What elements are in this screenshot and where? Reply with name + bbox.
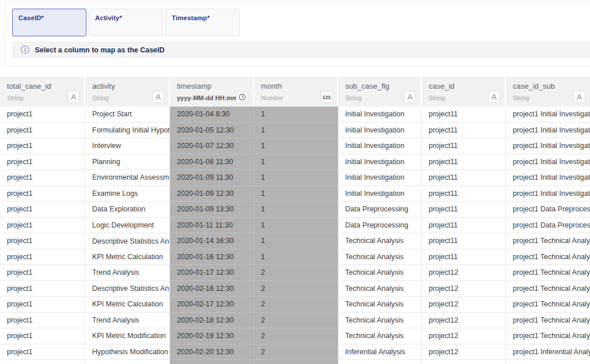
- cell-case_id_sub[interactable]: project1 Inferential Analysis: [506, 344, 590, 361]
- cell-sub_case_flg[interactable]: Data Preprocessing: [338, 218, 422, 234]
- cell-case_id[interactable]: project11: [422, 138, 506, 154]
- cell-sub_case_flg[interactable]: Technical Analysis: [338, 281, 422, 297]
- cell-case_id_sub[interactable]: project1 Initial Investigation: [506, 123, 590, 139]
- cell-timestamp[interactable]: 2020-01-09 13:30: [170, 202, 254, 218]
- column-header-case_id[interactable]: case_idStringA: [422, 77, 506, 107]
- cell-case_id[interactable]: project12: [422, 265, 506, 281]
- cell-case_id[interactable]: project12: [422, 297, 506, 313]
- tab-caseid[interactable]: CaseID*: [12, 9, 86, 36]
- cell-month[interactable]: 2: [254, 344, 338, 361]
- cell-total_case_id[interactable]: project1: [0, 186, 85, 202]
- cell-total_case_id[interactable]: project1: [0, 297, 85, 313]
- cell-total_case_id[interactable]: project1: [0, 218, 85, 234]
- cell-case_id[interactable]: project11: [422, 186, 506, 202]
- cell-total_case_id[interactable]: project1: [0, 107, 85, 123]
- cell-case_id[interactable]: project11: [422, 170, 506, 186]
- cell-month[interactable]: 1: [254, 202, 338, 218]
- cell-sub_case_flg[interactable]: Technical Analysis: [338, 328, 422, 344]
- cell-activity[interactable]: Examine Logs: [85, 186, 170, 202]
- cell-case_id_sub[interactable]: project1 Initial Investigation: [506, 138, 590, 154]
- cell-case_id_sub[interactable]: project1 Initial Investigation: [506, 154, 590, 170]
- cell-activity[interactable]: Descriptive Statistics Anal⋯: [85, 281, 170, 297]
- cell-case_id_sub[interactable]: project1 Initial Investigation: [506, 170, 590, 186]
- cell-month[interactable]: [254, 360, 338, 364]
- cell-activity[interactable]: KPI Metric Calculation: [85, 297, 170, 313]
- cell-sub_case_flg[interactable]: Initial Investigation: [338, 107, 422, 123]
- column-header-total_case_id[interactable]: total_case_idStringA: [0, 77, 85, 107]
- column-header-sub_case_flg[interactable]: sub_case_flgStringA: [338, 77, 422, 107]
- cell-activity[interactable]: Trend Analysis: [85, 265, 170, 281]
- column-header-activity[interactable]: activityStringA: [85, 77, 170, 107]
- cell-sub_case_flg[interactable]: Data Preprocessing: [338, 202, 422, 218]
- cell-activity[interactable]: Data Exploration: [85, 202, 170, 218]
- cell-sub_case_flg[interactable]: Initial Investigation: [338, 170, 422, 186]
- cell-case_id[interactable]: project12: [422, 281, 506, 297]
- cell-total_case_id[interactable]: project1: [0, 123, 85, 139]
- cell-case_id_sub[interactable]: project1 Technical Analysis: [506, 233, 590, 249]
- cell-case_id_sub[interactable]: project1 Initial Investigation: [506, 107, 590, 123]
- cell-activity[interactable]: Logic Development: [85, 218, 170, 234]
- cell-total_case_id[interactable]: project1: [0, 138, 85, 154]
- cell-case_id_sub[interactable]: project1 Initial Investigation: [506, 186, 590, 202]
- cell-total_case_id[interactable]: project1: [0, 344, 85, 361]
- cell-total_case_id[interactable]: project1: [0, 313, 85, 329]
- cell-case_id[interactable]: project11: [422, 154, 506, 170]
- cell-month[interactable]: 2: [254, 313, 338, 329]
- column-header-timestamp[interactable]: timestampyyyy-MM-dd HH:mm: [170, 77, 254, 107]
- cell-timestamp[interactable]: 2020-01-04 8:30: [170, 107, 254, 123]
- cell-timestamp[interactable]: 2020-02-16 12:30: [170, 281, 254, 297]
- cell-total_case_id[interactable]: project1: [0, 170, 85, 186]
- cell-case_id_sub[interactable]: project1 Technical Analysis: [506, 328, 590, 344]
- cell-sub_case_flg[interactable]: Technical Analysis: [338, 249, 422, 266]
- cell-timestamp[interactable]: 2020-01-05 12:30: [170, 123, 254, 139]
- cell-timestamp[interactable]: [170, 360, 254, 364]
- cell-total_case_id[interactable]: project1: [0, 233, 85, 249]
- cell-timestamp[interactable]: 2020-01-09 11:30: [170, 170, 254, 186]
- cell-activity[interactable]: Environmental Assessment: [85, 170, 170, 186]
- column-header-case_id_sub[interactable]: case_id_subStringA: [506, 77, 590, 107]
- cell-timestamp[interactable]: 2020-02-17 12:30: [170, 297, 254, 313]
- cell-total_case_id[interactable]: project1: [0, 328, 85, 344]
- cell-case_id_sub[interactable]: project1 Technical Analysis: [506, 297, 590, 313]
- cell-sub_case_flg[interactable]: Technical Analysis: [338, 233, 422, 249]
- cell-sub_case_flg[interactable]: Initial Investigation: [338, 123, 422, 139]
- cell-total_case_id[interactable]: project1: [0, 265, 85, 281]
- cell-case_id[interactable]: project11: [422, 233, 506, 249]
- cell-case_id[interactable]: project11: [422, 249, 506, 266]
- cell-case_id_sub[interactable]: project1 Technical Analysis: [506, 313, 590, 329]
- cell-month[interactable]: 1: [254, 154, 338, 170]
- cell-case_id[interactable]: project11: [422, 218, 506, 234]
- cell-month[interactable]: 1: [254, 233, 338, 249]
- cell-total_case_id[interactable]: project1: [0, 154, 85, 170]
- cell-timestamp[interactable]: 2020-01-11 11:30: [170, 218, 254, 234]
- cell-activity[interactable]: Interview: [85, 138, 170, 154]
- cell-sub_case_flg[interactable]: [338, 360, 422, 364]
- cell-month[interactable]: 1: [254, 107, 338, 123]
- cell-activity[interactable]: Project Start: [85, 107, 170, 123]
- cell-case_id[interactable]: project11: [422, 202, 506, 218]
- cell-sub_case_flg[interactable]: Technical Analysis: [338, 297, 422, 313]
- cell-month[interactable]: 1: [254, 170, 338, 186]
- cell-total_case_id[interactable]: [0, 360, 85, 364]
- cell-activity[interactable]: Trend Analysis: [85, 313, 170, 329]
- cell-activity[interactable]: Formulating Initial Hypot⋯: [85, 123, 170, 139]
- cell-activity[interactable]: Hypothesis Modification: [85, 344, 170, 361]
- cell-timestamp[interactable]: 2020-01-09 12:30: [170, 186, 254, 202]
- cell-timestamp[interactable]: 2020-01-07 12:30: [170, 138, 254, 154]
- cell-case_id_sub[interactable]: project1 Data Preprocessing: [506, 218, 590, 234]
- cell-case_id[interactable]: [422, 360, 506, 364]
- cell-case_id_sub[interactable]: [506, 360, 590, 364]
- cell-activity[interactable]: [85, 360, 170, 364]
- cell-case_id[interactable]: project12: [422, 328, 506, 344]
- tab-timestamp[interactable]: Timestamp*: [165, 9, 240, 36]
- cell-total_case_id[interactable]: project1: [0, 281, 85, 297]
- cell-activity[interactable]: KPI Metric Modification: [85, 328, 170, 344]
- cell-month[interactable]: 2: [254, 281, 338, 297]
- cell-sub_case_flg[interactable]: Initial Investigation: [338, 186, 422, 202]
- cell-sub_case_flg[interactable]: Initial Investigation: [338, 154, 422, 170]
- cell-timestamp[interactable]: 2020-01-17 12:30: [170, 265, 254, 281]
- cell-case_id[interactable]: project11: [422, 107, 506, 123]
- cell-timestamp[interactable]: 2020-01-08 11:30: [170, 154, 254, 170]
- column-header-month[interactable]: monthNumber123: [254, 77, 338, 107]
- cell-month[interactable]: 1: [254, 186, 338, 202]
